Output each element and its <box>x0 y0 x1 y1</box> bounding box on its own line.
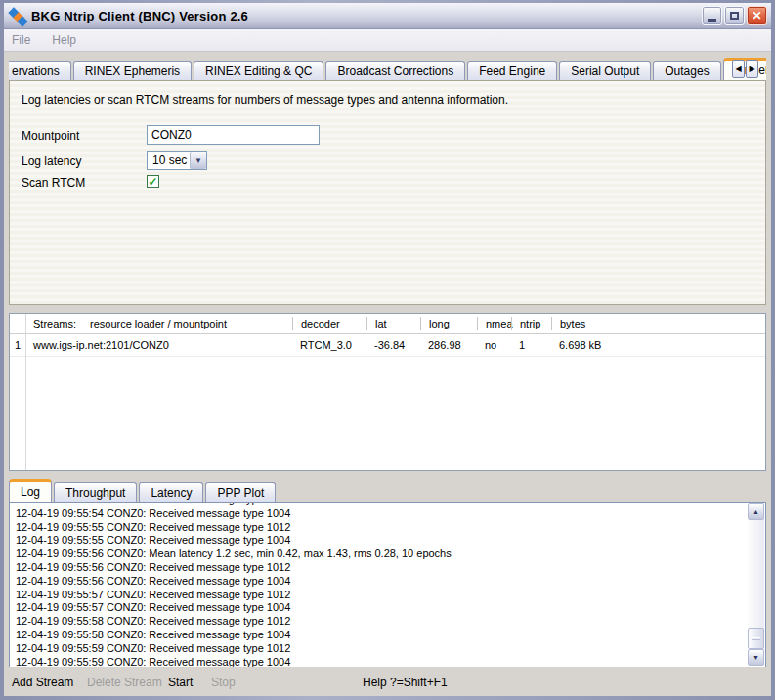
tab-label: ervations <box>12 65 60 78</box>
minimize-icon <box>708 19 716 22</box>
log-latency-label: Log latency <box>22 154 81 168</box>
cell-ntrip: 1 <box>511 339 551 351</box>
tab[interactable]: Latency <box>139 482 203 502</box>
arrow-up-icon: ▲ <box>753 508 759 515</box>
cell-long: 286.98 <box>420 339 477 351</box>
log-line: 12-04-19 09:55:58 CONZ0: Received messag… <box>16 629 749 642</box>
tab[interactable]: Log <box>9 479 52 502</box>
tab-label: PPP Plot <box>217 486 264 500</box>
log-line: 12-04-19 09:55:56 CONZ0: Mean latency 1.… <box>16 547 749 561</box>
log-latency-value: 10 sec <box>148 153 190 167</box>
log-line: 12-04-19 09:55:57 CONZ0: Received messag… <box>16 601 749 615</box>
stop-button[interactable]: Stop <box>211 676 236 689</box>
tab-label: Broadcast Corrections <box>337 65 453 78</box>
close-button[interactable]: ✕ <box>747 6 767 25</box>
tab[interactable]: Serial Output <box>559 61 651 80</box>
col-streams-label: Streams: <box>33 318 76 329</box>
col-ntrip: ntrip <box>511 317 551 330</box>
arrow-right-icon: ▶ <box>749 65 754 73</box>
main-content: ◀ ▶ ervations RINEX Ephemeris RINEX Edit… <box>4 52 771 696</box>
app-window: BKG Ntrip Client (BNC) Version 2.6 ✕ Fil… <box>0 0 775 700</box>
cell-mountpoint: www.igs-ip.net:2101/CONZ0 <box>25 339 292 351</box>
log-line: 12-04-19 09:55:57 CONZ0: Received messag… <box>16 589 749 602</box>
col-bytes: bytes <box>551 317 765 330</box>
arrow-left-icon: ◀ <box>735 65 741 73</box>
log-line: 12-04-19 09:55:54 CONZ0: Received messag… <box>16 507 749 521</box>
tab[interactable]: RINEX Editing & QC <box>194 61 323 80</box>
log-output[interactable]: 12-04-19 09:55:54 CONZ0: Received messag… <box>9 502 766 668</box>
tab-label: Serial Output <box>571 65 639 78</box>
delete-stream-button[interactable]: Delete Stream <box>87 676 162 689</box>
bottom-tab-bar: Log Throughput Latency PPP Plot <box>9 479 766 502</box>
close-icon: ✕ <box>752 9 761 22</box>
tab-label: RINEX Ephemeris <box>85 65 180 78</box>
scroll-down-button[interactable]: ▼ <box>748 649 764 666</box>
add-stream-button[interactable]: Add Stream <box>12 676 73 689</box>
row-number: 1 <box>10 339 25 351</box>
log-line: 12-04-19 09:55:55 CONZ0: Received messag… <box>16 534 749 547</box>
tab[interactable]: Broadcast Corrections <box>325 61 465 80</box>
log-line: 12-04-19 09:55:55 CONZ0: Received messag… <box>16 521 749 535</box>
app-icon <box>10 8 26 24</box>
scan-rtcm-checkbox[interactable]: ✓ <box>147 175 159 188</box>
top-tab-bar: ◀ ▶ ervations RINEX Ephemeris RINEX Edit… <box>9 58 766 80</box>
tab-label: RINEX Editing & QC <box>205 65 312 78</box>
menu-item[interactable]: File <box>12 33 30 47</box>
corner-cell <box>10 317 25 330</box>
cell-bytes: 6.698 kB <box>551 339 765 351</box>
help-shortcut-text: Help ?=Shift+F1 <box>363 676 448 689</box>
table-row[interactable]: 1 www.igs-ip.net:2101/CONZ0 RTCM_3.0 -36… <box>10 334 765 357</box>
chevron-down-icon: ▼ <box>190 152 206 169</box>
menu-bar: FileHelp <box>4 29 771 52</box>
log-scrollbar[interactable]: ▲ ▼ <box>748 503 764 666</box>
tab[interactable]: Feed Engine <box>467 61 557 80</box>
log-latency-select[interactable]: 10 sec ▼ <box>147 151 207 170</box>
streams-header-row: Streams: resource loader / mountpoint de… <box>10 314 765 334</box>
bottom-toolbar: Add Stream Delete Stream Start Stop Help… <box>4 667 771 696</box>
maximize-icon <box>730 12 739 20</box>
tab-label: Latency <box>151 486 192 500</box>
arrow-down-icon: ▼ <box>753 654 759 661</box>
tab[interactable]: RINEX Ephemeris <box>73 61 192 80</box>
panel-description: Log latencies or scan RTCM streams for n… <box>22 93 508 107</box>
streams-table: Streams: resource loader / mountpoint de… <box>9 313 766 471</box>
col-mountpoint: resource loader / mountpoint <box>90 318 227 329</box>
check-icon: ✓ <box>148 176 157 188</box>
scan-rtcm-label: Scan RTCM <box>22 176 85 190</box>
log-lines: 12-04-19 09:55:54 CONZ0: Received messag… <box>10 502 749 668</box>
tab[interactable]: ervations <box>9 61 71 80</box>
log-line: 12-04-19 09:55:56 CONZ0: Received messag… <box>16 575 749 589</box>
scrollbar-thumb[interactable] <box>748 628 764 649</box>
col-long: long <box>420 317 477 330</box>
tab[interactable]: PPP Plot <box>205 482 276 502</box>
cell-nmea: no <box>477 339 511 351</box>
cell-lat: -36.84 <box>366 339 420 351</box>
tab-label: Outages <box>665 65 709 78</box>
mountpoint-input[interactable] <box>147 125 320 145</box>
maximize-button[interactable] <box>724 6 745 25</box>
tab-scroll-right-button[interactable]: ▶ <box>746 60 758 78</box>
log-line: 12-04-19 09:55:59 CONZ0: Received messag… <box>16 642 749 656</box>
tab-scroll-left-button[interactable]: ◀ <box>732 60 745 78</box>
menu-item[interactable]: Help <box>52 33 76 47</box>
mountpoint-label: Mountpoint <box>22 129 79 143</box>
tab-label: Feed Engine <box>479 65 545 78</box>
tab-label: Throughput <box>65 486 125 500</box>
col-nmea: nmea <box>477 317 511 330</box>
col-lat: lat <box>366 317 420 330</box>
tab-label: Log <box>21 485 40 499</box>
window-title: BKG Ntrip Client (BNC) Version 2.6 <box>31 9 702 23</box>
start-button[interactable]: Start <box>168 676 193 689</box>
log-line: 12-04-19 09:55:58 CONZ0: Received messag… <box>16 615 749 629</box>
cell-decoder: RTCM_3.0 <box>292 339 366 351</box>
log-line: 12-04-19 09:55:56 CONZ0: Received messag… <box>16 561 749 575</box>
miscellaneous-panel: Log latencies or scan RTCM streams for n… <box>9 80 766 305</box>
col-decoder: decoder <box>292 317 366 330</box>
title-bar: BKG Ntrip Client (BNC) Version 2.6 ✕ <box>4 3 771 29</box>
scroll-up-button[interactable]: ▲ <box>748 503 764 520</box>
tab[interactable]: Outages <box>653 61 720 80</box>
minimize-button[interactable] <box>702 6 722 25</box>
table-gutter-divider <box>25 314 26 470</box>
tab[interactable]: Throughput <box>54 482 137 502</box>
